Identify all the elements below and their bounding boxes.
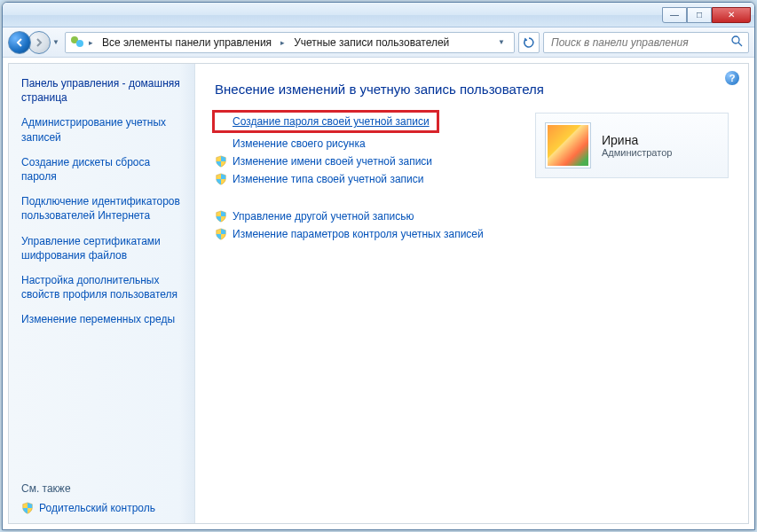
highlighted-action: Создание пароля своей учетной записи	[212, 110, 439, 133]
user-name: Ирина	[602, 133, 672, 147]
shield-icon	[215, 210, 227, 223]
sidebar-link-profile-properties[interactable]: Настройка дополнительных свойств профиля…	[21, 273, 184, 301]
shield-icon	[215, 155, 227, 168]
sidebar-link-admin-accounts[interactable]: Администрирование учетных записей	[21, 115, 184, 144]
control-panel-window: — □ ✕ ▼ ▸ Все элементы панели управления	[2, 2, 755, 530]
address-bar: ▼ ▸ Все элементы панели управления ▸ Уче…	[3, 27, 754, 58]
breadcrumb-dropdown[interactable]: ▼	[493, 38, 510, 46]
shield-icon	[215, 173, 227, 185]
see-also-heading: См. также	[21, 482, 184, 495]
actions-and-user: Создание пароля своей учетной записи Изм…	[215, 113, 729, 243]
close-button[interactable]: ✕	[712, 7, 751, 23]
breadcrumb-all-items[interactable]: Все элементы панели управления	[97, 33, 277, 52]
sidebar-link-encryption-certs[interactable]: Управление сертификатами шифрования файл…	[21, 234, 184, 262]
shield-icon	[21, 502, 34, 514]
sidebar-link-password-reset-disk[interactable]: Создание дискеты сброса пароля	[21, 155, 184, 184]
sidebar: Панель управления - домашняя страница Ад…	[9, 64, 195, 523]
window-controls: — □ ✕	[662, 7, 751, 23]
action-label: Изменение имени своей учетной записи	[233, 155, 432, 168]
manage-other-account-link[interactable]: Управление другой учетной записью	[215, 207, 519, 225]
search-icon	[731, 35, 743, 50]
change-name-link[interactable]: Изменение имени своей учетной записи	[215, 153, 519, 170]
refresh-button[interactable]	[518, 32, 540, 53]
parental-controls-label: Родительский контроль	[39, 502, 155, 514]
avatar	[545, 122, 591, 168]
user-accounts-icon	[69, 35, 85, 51]
change-type-link[interactable]: Изменение типа своей учетной записи	[215, 170, 519, 188]
action-list: Создание пароля своей учетной записи Изм…	[215, 113, 519, 243]
content-pane: Панель управления - домашняя страница Ад…	[8, 63, 749, 524]
user-info: Ирина Администратор	[602, 133, 672, 158]
back-button[interactable]	[8, 31, 31, 54]
search-input[interactable]	[549, 35, 731, 50]
nav-buttons: ▼	[8, 31, 61, 54]
chevron-right-icon: ▸	[279, 38, 287, 47]
main-panel: ? Внесение изменений в учетную запись по…	[195, 64, 748, 523]
titlebar: — □ ✕	[3, 3, 754, 27]
sidebar-link-env-vars[interactable]: Изменение переменных среды	[21, 312, 184, 326]
sidebar-links: Администрирование учетных записей Создан…	[21, 115, 184, 326]
chevron-right-icon: ▸	[87, 38, 95, 47]
user-role: Администратор	[602, 147, 672, 158]
avatar-image	[548, 125, 588, 166]
change-uac-link[interactable]: Изменение параметров контроля учетных за…	[215, 225, 519, 243]
parental-controls-link[interactable]: Родительский контроль	[21, 502, 184, 514]
search-box[interactable]	[543, 32, 749, 53]
control-panel-home-link[interactable]: Панель управления - домашняя страница	[21, 76, 184, 105]
create-password-link[interactable]: Создание пароля своей учетной записи	[233, 115, 430, 128]
nav-history-dropdown[interactable]: ▼	[51, 31, 61, 54]
action-label: Изменение параметров контроля учетных за…	[233, 228, 484, 240]
breadcrumb-user-accounts[interactable]: Учетные записи пользователей	[288, 33, 454, 52]
breadcrumb[interactable]: ▸ Все элементы панели управления ▸ Учетн…	[65, 32, 515, 53]
svg-line-3	[738, 43, 742, 46]
change-picture-link[interactable]: Изменение своего рисунка	[215, 135, 519, 153]
action-label: Изменение своего рисунка	[233, 137, 366, 150]
action-label: Управление другой учетной записью	[233, 210, 414, 223]
shield-icon	[215, 228, 227, 240]
help-icon[interactable]: ?	[725, 71, 739, 85]
action-label: Изменение типа своей учетной записи	[233, 173, 423, 185]
sidebar-footer: См. также Родительский контроль	[21, 482, 184, 514]
page-title: Внесение изменений в учетную запись поль…	[215, 82, 729, 97]
maximize-button[interactable]: □	[687, 7, 712, 23]
action-label: Создание пароля своей учетной записи	[233, 115, 430, 128]
svg-point-1	[76, 40, 83, 47]
svg-point-2	[732, 36, 739, 43]
minimize-button[interactable]: —	[662, 7, 687, 23]
user-card: Ирина Администратор	[535, 113, 729, 178]
sidebar-link-online-ids[interactable]: Подключение идентификаторов пользователе…	[21, 194, 184, 223]
